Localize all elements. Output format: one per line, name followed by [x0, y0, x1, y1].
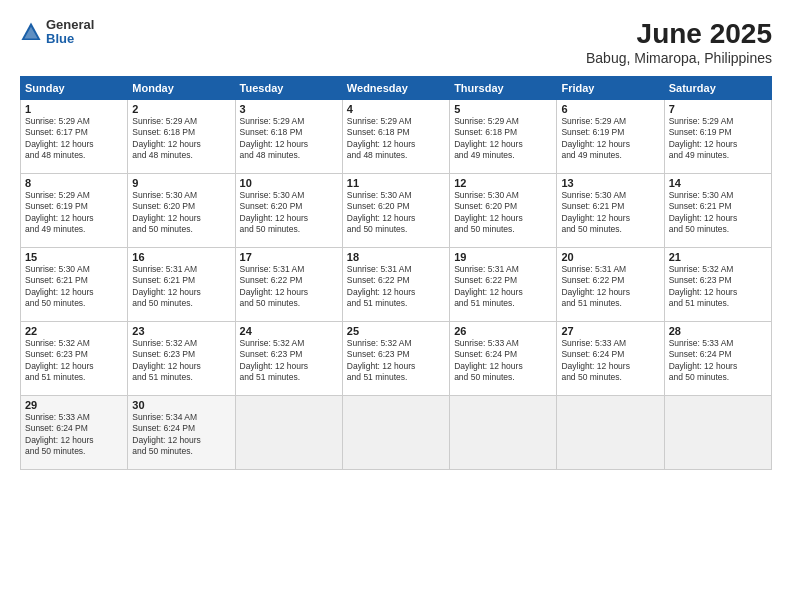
day-number: 25	[347, 325, 445, 337]
title-block: June 2025 Babug, Mimaropa, Philippines	[586, 18, 772, 66]
table-row: 29Sunrise: 5:33 AM Sunset: 6:24 PM Dayli…	[21, 396, 128, 470]
table-row: 19Sunrise: 5:31 AM Sunset: 6:22 PM Dayli…	[450, 248, 557, 322]
th-saturday: Saturday	[664, 77, 771, 100]
day-number: 6	[561, 103, 659, 115]
day-number: 5	[454, 103, 552, 115]
day-info: Sunrise: 5:31 AM Sunset: 6:21 PM Dayligh…	[132, 264, 230, 310]
table-row: 3Sunrise: 5:29 AM Sunset: 6:18 PM Daylig…	[235, 100, 342, 174]
day-number: 3	[240, 103, 338, 115]
table-row: 1Sunrise: 5:29 AM Sunset: 6:17 PM Daylig…	[21, 100, 128, 174]
table-row: 4Sunrise: 5:29 AM Sunset: 6:18 PM Daylig…	[342, 100, 449, 174]
logo: General Blue	[20, 18, 94, 47]
day-info: Sunrise: 5:34 AM Sunset: 6:24 PM Dayligh…	[132, 412, 230, 458]
day-info: Sunrise: 5:32 AM Sunset: 6:23 PM Dayligh…	[132, 338, 230, 384]
day-info: Sunrise: 5:29 AM Sunset: 6:17 PM Dayligh…	[25, 116, 123, 162]
table-row: 27Sunrise: 5:33 AM Sunset: 6:24 PM Dayli…	[557, 322, 664, 396]
table-row: 12Sunrise: 5:30 AM Sunset: 6:20 PM Dayli…	[450, 174, 557, 248]
day-number: 12	[454, 177, 552, 189]
table-row: 7Sunrise: 5:29 AM Sunset: 6:19 PM Daylig…	[664, 100, 771, 174]
table-row: 20Sunrise: 5:31 AM Sunset: 6:22 PM Dayli…	[557, 248, 664, 322]
table-row	[342, 396, 449, 470]
table-row: 26Sunrise: 5:33 AM Sunset: 6:24 PM Dayli…	[450, 322, 557, 396]
table-row	[450, 396, 557, 470]
day-number: 15	[25, 251, 123, 263]
day-info: Sunrise: 5:29 AM Sunset: 6:19 PM Dayligh…	[25, 190, 123, 236]
day-info: Sunrise: 5:33 AM Sunset: 6:24 PM Dayligh…	[25, 412, 123, 458]
day-info: Sunrise: 5:29 AM Sunset: 6:19 PM Dayligh…	[561, 116, 659, 162]
calendar-title: June 2025	[586, 18, 772, 50]
calendar-row: 1Sunrise: 5:29 AM Sunset: 6:17 PM Daylig…	[21, 100, 772, 174]
header-row: Sunday Monday Tuesday Wednesday Thursday…	[21, 77, 772, 100]
th-monday: Monday	[128, 77, 235, 100]
day-number: 21	[669, 251, 767, 263]
day-number: 11	[347, 177, 445, 189]
day-info: Sunrise: 5:30 AM Sunset: 6:20 PM Dayligh…	[347, 190, 445, 236]
logo-blue: Blue	[46, 32, 94, 46]
day-info: Sunrise: 5:31 AM Sunset: 6:22 PM Dayligh…	[454, 264, 552, 310]
th-sunday: Sunday	[21, 77, 128, 100]
table-row: 24Sunrise: 5:32 AM Sunset: 6:23 PM Dayli…	[235, 322, 342, 396]
calendar-row: 29Sunrise: 5:33 AM Sunset: 6:24 PM Dayli…	[21, 396, 772, 470]
table-row: 11Sunrise: 5:30 AM Sunset: 6:20 PM Dayli…	[342, 174, 449, 248]
table-row: 30Sunrise: 5:34 AM Sunset: 6:24 PM Dayli…	[128, 396, 235, 470]
day-number: 13	[561, 177, 659, 189]
day-number: 29	[25, 399, 123, 411]
day-number: 9	[132, 177, 230, 189]
day-number: 20	[561, 251, 659, 263]
table-row: 22Sunrise: 5:32 AM Sunset: 6:23 PM Dayli…	[21, 322, 128, 396]
header: General Blue June 2025 Babug, Mimaropa, …	[20, 18, 772, 66]
day-number: 19	[454, 251, 552, 263]
day-number: 30	[132, 399, 230, 411]
table-row	[235, 396, 342, 470]
day-info: Sunrise: 5:30 AM Sunset: 6:21 PM Dayligh…	[25, 264, 123, 310]
table-row: 6Sunrise: 5:29 AM Sunset: 6:19 PM Daylig…	[557, 100, 664, 174]
table-row: 23Sunrise: 5:32 AM Sunset: 6:23 PM Dayli…	[128, 322, 235, 396]
table-row	[664, 396, 771, 470]
table-row: 28Sunrise: 5:33 AM Sunset: 6:24 PM Dayli…	[664, 322, 771, 396]
day-info: Sunrise: 5:32 AM Sunset: 6:23 PM Dayligh…	[25, 338, 123, 384]
day-info: Sunrise: 5:32 AM Sunset: 6:23 PM Dayligh…	[347, 338, 445, 384]
table-row: 14Sunrise: 5:30 AM Sunset: 6:21 PM Dayli…	[664, 174, 771, 248]
table-row: 2Sunrise: 5:29 AM Sunset: 6:18 PM Daylig…	[128, 100, 235, 174]
day-number: 23	[132, 325, 230, 337]
table-row: 15Sunrise: 5:30 AM Sunset: 6:21 PM Dayli…	[21, 248, 128, 322]
day-info: Sunrise: 5:33 AM Sunset: 6:24 PM Dayligh…	[561, 338, 659, 384]
day-info: Sunrise: 5:33 AM Sunset: 6:24 PM Dayligh…	[669, 338, 767, 384]
day-number: 18	[347, 251, 445, 263]
table-row: 21Sunrise: 5:32 AM Sunset: 6:23 PM Dayli…	[664, 248, 771, 322]
day-info: Sunrise: 5:29 AM Sunset: 6:18 PM Dayligh…	[132, 116, 230, 162]
day-info: Sunrise: 5:29 AM Sunset: 6:18 PM Dayligh…	[454, 116, 552, 162]
day-info: Sunrise: 5:32 AM Sunset: 6:23 PM Dayligh…	[240, 338, 338, 384]
day-number: 17	[240, 251, 338, 263]
day-info: Sunrise: 5:31 AM Sunset: 6:22 PM Dayligh…	[240, 264, 338, 310]
th-tuesday: Tuesday	[235, 77, 342, 100]
day-number: 14	[669, 177, 767, 189]
table-row: 9Sunrise: 5:30 AM Sunset: 6:20 PM Daylig…	[128, 174, 235, 248]
table-row	[557, 396, 664, 470]
day-number: 8	[25, 177, 123, 189]
day-info: Sunrise: 5:31 AM Sunset: 6:22 PM Dayligh…	[561, 264, 659, 310]
day-info: Sunrise: 5:30 AM Sunset: 6:21 PM Dayligh…	[561, 190, 659, 236]
day-number: 24	[240, 325, 338, 337]
logo-icon	[20, 21, 42, 43]
day-info: Sunrise: 5:33 AM Sunset: 6:24 PM Dayligh…	[454, 338, 552, 384]
day-info: Sunrise: 5:30 AM Sunset: 6:20 PM Dayligh…	[132, 190, 230, 236]
day-number: 2	[132, 103, 230, 115]
day-info: Sunrise: 5:29 AM Sunset: 6:18 PM Dayligh…	[240, 116, 338, 162]
calendar-row: 8Sunrise: 5:29 AM Sunset: 6:19 PM Daylig…	[21, 174, 772, 248]
day-number: 22	[25, 325, 123, 337]
calendar-row: 15Sunrise: 5:30 AM Sunset: 6:21 PM Dayli…	[21, 248, 772, 322]
day-number: 7	[669, 103, 767, 115]
day-number: 1	[25, 103, 123, 115]
day-info: Sunrise: 5:30 AM Sunset: 6:20 PM Dayligh…	[240, 190, 338, 236]
day-info: Sunrise: 5:29 AM Sunset: 6:19 PM Dayligh…	[669, 116, 767, 162]
th-friday: Friday	[557, 77, 664, 100]
day-info: Sunrise: 5:32 AM Sunset: 6:23 PM Dayligh…	[669, 264, 767, 310]
day-info: Sunrise: 5:29 AM Sunset: 6:18 PM Dayligh…	[347, 116, 445, 162]
table-row: 25Sunrise: 5:32 AM Sunset: 6:23 PM Dayli…	[342, 322, 449, 396]
day-number: 27	[561, 325, 659, 337]
calendar-subtitle: Babug, Mimaropa, Philippines	[586, 50, 772, 66]
th-thursday: Thursday	[450, 77, 557, 100]
table-row: 5Sunrise: 5:29 AM Sunset: 6:18 PM Daylig…	[450, 100, 557, 174]
day-number: 4	[347, 103, 445, 115]
